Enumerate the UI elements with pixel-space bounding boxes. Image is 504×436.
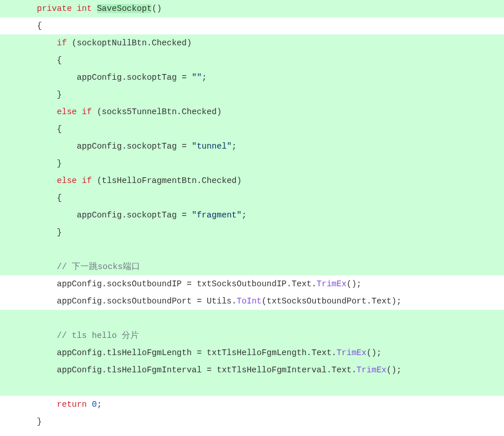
code-token: (txtSocksOutboundPort.Text);	[262, 297, 402, 306]
code-line[interactable]	[0, 310, 504, 327]
code-line[interactable]: }	[0, 155, 504, 172]
code-token: appConfig.tlsHelloFgmLength = txtTlsHell…	[57, 348, 336, 357]
code-token: SaveSockopt	[97, 4, 152, 13]
code-line[interactable]: }	[0, 86, 504, 103]
code-token: else	[57, 107, 77, 116]
code-token: ();	[347, 279, 362, 289]
code-line[interactable]: appConfig.socksOutboundIP = txtSocksOutb…	[0, 275, 504, 293]
code-token: }	[57, 159, 62, 168]
code-token: ;	[242, 211, 247, 220]
code-line[interactable]: }	[0, 413, 504, 430]
code-line[interactable]: {	[0, 17, 504, 34]
code-token: ;	[97, 400, 102, 409]
code-token: }	[57, 90, 62, 99]
code-token: appConfig.tlsHelloFgmInterval = txtTlsHe…	[57, 365, 356, 375]
code-token: (socks5TunnelBtn.Checked)	[92, 107, 222, 116]
code-token: (tlsHelloFragmentBtn.Checked)	[92, 176, 242, 185]
code-token	[77, 107, 82, 116]
code-token: appConfig.sockoptTag =	[77, 142, 192, 151]
code-line[interactable]: appConfig.sockoptTag = "";	[0, 69, 504, 86]
code-token: (sockoptNullBtn.Checked)	[67, 38, 192, 48]
code-token: appConfig.sockoptTag =	[77, 211, 192, 220]
code-token	[92, 4, 97, 13]
code-line[interactable]: {	[0, 52, 504, 69]
code-token: {	[57, 193, 62, 203]
code-token: ;	[232, 142, 237, 151]
code-line[interactable]: // tls hello 分片	[0, 327, 504, 344]
code-token: TrimEx	[356, 365, 386, 375]
code-token: else	[57, 176, 77, 185]
code-token: 0	[92, 400, 97, 409]
code-line[interactable]: if (sockoptNullBtn.Checked)	[0, 34, 504, 52]
code-token: // tls hello 分片	[57, 331, 139, 340]
code-line[interactable]: return 0;	[0, 396, 504, 413]
code-line[interactable]: }	[0, 224, 504, 241]
code-line[interactable]: appConfig.socksOutboundPort = Utils.ToIn…	[0, 293, 504, 310]
code-token: "tunnel"	[192, 142, 232, 151]
code-line[interactable]: // 下一跳socks端口	[0, 258, 504, 275]
code-token	[72, 4, 77, 13]
code-token: appConfig.sockoptTag =	[77, 73, 192, 82]
code-line[interactable]: appConfig.tlsHelloFgmLength = txtTlsHell…	[0, 344, 504, 361]
code-token: return	[57, 400, 87, 409]
code-diff-view[interactable]: private int SaveSockopt() { if (sockoptN…	[0, 0, 504, 430]
code-token: {	[57, 124, 62, 134]
code-line[interactable]: else if (socks5TunnelBtn.Checked)	[0, 103, 504, 120]
code-token: {	[57, 56, 62, 65]
code-line[interactable]	[0, 241, 504, 258]
code-token: ""	[192, 73, 201, 82]
code-token: // 下一跳socks端口	[57, 262, 140, 271]
code-line[interactable]: appConfig.sockoptTag = "fragment";	[0, 207, 504, 224]
code-token	[87, 400, 92, 409]
code-line[interactable]: {	[0, 189, 504, 207]
code-token: ();	[367, 348, 382, 357]
code-token: TrimEx	[317, 279, 347, 289]
code-token: appConfig.socksOutboundPort = Utils.	[57, 297, 237, 306]
code-token: TrimEx	[336, 348, 366, 357]
code-token: ToInt	[237, 297, 262, 306]
code-token: "fragment"	[192, 211, 242, 220]
code-line[interactable]: appConfig.tlsHelloFgmInterval = txtTlsHe…	[0, 361, 504, 379]
code-token: }	[37, 417, 42, 426]
code-token: }	[57, 228, 62, 237]
code-token: private	[37, 4, 72, 13]
code-token: if	[82, 107, 92, 116]
code-token: {	[37, 21, 42, 30]
code-token	[77, 176, 82, 185]
code-token: ;	[201, 73, 207, 82]
code-line[interactable]: {	[0, 120, 504, 138]
code-token: ();	[386, 365, 401, 375]
code-token: appConfig.socksOutboundIP = txtSocksOutb…	[57, 279, 316, 289]
code-token: if	[57, 38, 67, 48]
code-token: int	[77, 4, 92, 13]
code-line[interactable]: appConfig.sockoptTag = "tunnel";	[0, 138, 504, 155]
code-token: ()	[152, 4, 161, 13]
code-line[interactable]	[0, 379, 504, 396]
code-line[interactable]: private int SaveSockopt()	[0, 0, 504, 17]
code-line[interactable]: else if (tlsHelloFragmentBtn.Checked)	[0, 172, 504, 189]
code-token: if	[82, 176, 92, 185]
